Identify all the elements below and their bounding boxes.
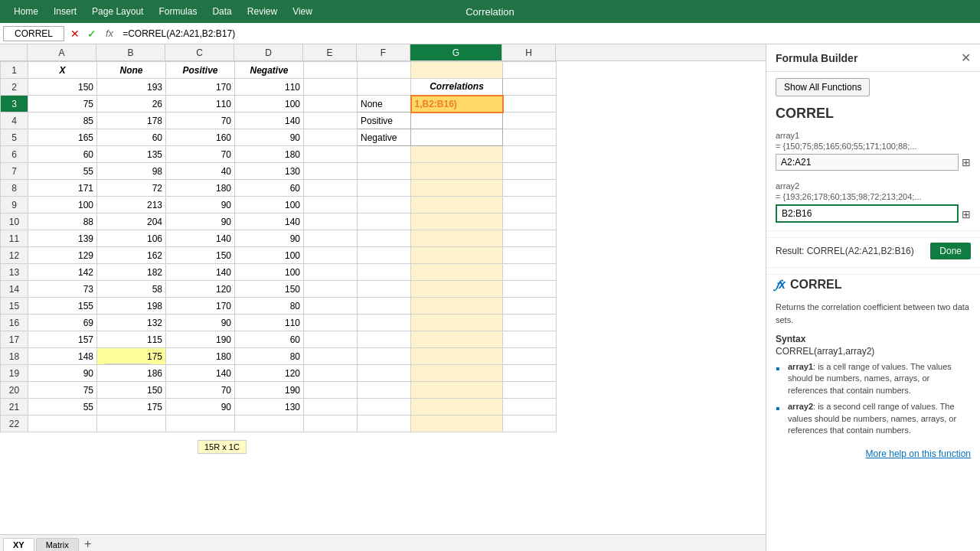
cell-g3[interactable]: 1,B2:B16) bbox=[411, 96, 503, 112]
col-header-g[interactable]: G bbox=[410, 44, 502, 60]
grid-container: 1 X None Positive Negative 2 150 193 170 bbox=[0, 61, 766, 534]
menu-formulas[interactable]: Formulas bbox=[151, 3, 204, 20]
cell-c1[interactable]: Positive bbox=[166, 62, 235, 79]
sheet-tabs: XY Matrix + bbox=[0, 534, 766, 551]
cell-f4[interactable]: Positive bbox=[358, 112, 411, 129]
cell-f5[interactable]: Negative bbox=[358, 129, 411, 146]
col-header-h[interactable]: H bbox=[502, 44, 556, 60]
cell-d5[interactable]: 90 bbox=[235, 129, 304, 146]
window-title: Correlation bbox=[466, 6, 514, 18]
cell-b4[interactable]: 178 bbox=[97, 112, 166, 129]
bullet-label-1: array1 bbox=[788, 362, 813, 371]
bullet-dot-2: ▪ bbox=[776, 401, 782, 436]
cell-d1[interactable]: Negative bbox=[235, 62, 304, 79]
col-header-f[interactable]: F bbox=[357, 44, 410, 60]
array1-collapse-icon[interactable]: ⊞ bbox=[962, 156, 971, 168]
sheet-tab-matrix[interactable]: Matrix bbox=[36, 538, 79, 551]
table-row: 21 5517590130 bbox=[1, 399, 557, 416]
array2-input-row: ⊞ bbox=[776, 204, 971, 224]
cancel-icon[interactable]: ✕ bbox=[67, 26, 83, 41]
cell-f1[interactable] bbox=[358, 62, 411, 79]
add-sheet-button[interactable]: + bbox=[80, 537, 96, 551]
cell-g4[interactable] bbox=[411, 112, 503, 129]
table-row: 16 6913290110 bbox=[1, 315, 557, 331]
main-area: A B C D E F G H bbox=[0, 44, 980, 551]
array2-collapse-icon[interactable]: ⊞ bbox=[962, 208, 971, 220]
show-all-functions-button[interactable]: Show All Functions bbox=[776, 78, 870, 96]
formula-bar: ✕ ✓ fx bbox=[0, 23, 980, 44]
menu-home[interactable]: Home bbox=[6, 3, 46, 20]
cell-b3[interactable]: 26 bbox=[97, 96, 166, 112]
syntax-header: Syntax bbox=[766, 329, 980, 346]
col-header-e[interactable]: E bbox=[303, 44, 357, 60]
cell-b18[interactable]: 175 15R x 1C bbox=[97, 348, 166, 365]
array1-preview: = {150;75;85;165;60;55;171;100;88;... bbox=[776, 142, 971, 151]
menu-view[interactable]: View bbox=[285, 3, 320, 20]
cell-d2[interactable]: 110 bbox=[235, 79, 304, 96]
table-row: 12 129162150100 bbox=[1, 247, 557, 264]
cell-h4[interactable] bbox=[503, 112, 557, 129]
menu-insert[interactable]: Insert bbox=[46, 3, 84, 20]
name-box[interactable] bbox=[3, 26, 64, 41]
menu-review[interactable]: Review bbox=[240, 3, 285, 20]
show-all-functions-container: Show All Functions bbox=[776, 78, 971, 96]
result-text: Result: CORREL(A2:A21,B2:B16) bbox=[776, 246, 914, 256]
cell-e5[interactable] bbox=[304, 129, 358, 146]
array2-label: array2 bbox=[776, 181, 971, 191]
row-num-5: 5 bbox=[1, 129, 28, 146]
cell-a5[interactable]: 165 bbox=[28, 129, 97, 146]
formula-input[interactable] bbox=[119, 27, 977, 41]
done-button[interactable]: Done bbox=[930, 243, 971, 259]
bullet-array2: ▪ array2: is a second cell range of valu… bbox=[776, 401, 971, 436]
sheet-tab-xy[interactable]: XY bbox=[3, 538, 34, 551]
bullet-array1: ▪ array1: is a cell range of values. The… bbox=[776, 361, 971, 396]
cell-e2[interactable] bbox=[304, 79, 358, 96]
menu-page-layout[interactable]: Page Layout bbox=[84, 3, 151, 20]
cell-h1[interactable] bbox=[503, 62, 557, 79]
cell-c5[interactable]: 160 bbox=[166, 129, 235, 146]
cell-a2[interactable]: 150 bbox=[28, 79, 97, 96]
fx-function-name: CORREL bbox=[790, 278, 842, 292]
cell-e4[interactable] bbox=[304, 112, 358, 129]
cell-c4[interactable]: 70 bbox=[166, 112, 235, 129]
col-header-b[interactable]: B bbox=[96, 44, 165, 60]
cell-d3[interactable]: 100 bbox=[235, 96, 304, 112]
confirm-icon[interactable]: ✓ bbox=[84, 26, 100, 41]
cell-b1[interactable]: None bbox=[97, 62, 166, 79]
cell-h5[interactable] bbox=[503, 129, 557, 146]
table-row: 14 7358120150 bbox=[1, 281, 557, 298]
array1-input[interactable] bbox=[776, 154, 959, 171]
formula-builder-close[interactable]: ✕ bbox=[961, 51, 971, 65]
array2-input[interactable] bbox=[776, 204, 959, 223]
cell-a1[interactable]: X bbox=[28, 62, 97, 79]
cell-g1[interactable] bbox=[411, 62, 503, 79]
cell-b2[interactable]: 193 bbox=[97, 79, 166, 96]
col-header-a[interactable]: A bbox=[28, 44, 96, 60]
cell-d4[interactable]: 140 bbox=[235, 112, 304, 129]
cell-f3[interactable]: None bbox=[358, 96, 411, 112]
cell-e1[interactable] bbox=[304, 62, 358, 79]
menu-data[interactable]: Data bbox=[204, 3, 239, 20]
cell-c2[interactable]: 170 bbox=[166, 79, 235, 96]
col-header-d[interactable]: D bbox=[234, 44, 303, 60]
cell-h3[interactable] bbox=[503, 96, 557, 112]
column-headers: A B C D E F G H bbox=[0, 44, 766, 61]
cell-c3[interactable]: 110 bbox=[166, 96, 235, 112]
cell-a3[interactable]: 75 bbox=[28, 96, 97, 112]
table-row: 9 10021390100 bbox=[1, 197, 557, 214]
cell-b5[interactable]: 60 bbox=[97, 129, 166, 146]
cell-e3[interactable] bbox=[304, 96, 358, 112]
table-row: 19 90186140120 bbox=[1, 365, 557, 382]
cell-a4[interactable]: 85 bbox=[28, 112, 97, 129]
col-header-c[interactable]: C bbox=[165, 44, 234, 60]
table-row: 4 85 178 70 140 Positive bbox=[1, 112, 557, 129]
array2-section: array2 = {193;26;178;60;135;98;72;213;20… bbox=[766, 178, 980, 227]
table-row: 22 bbox=[1, 416, 557, 432]
cell-h2[interactable] bbox=[503, 79, 557, 96]
more-help-link[interactable]: More help on this function bbox=[766, 442, 980, 465]
formula-builder-function-name: CORREL bbox=[766, 103, 980, 128]
spreadsheet-table: 1 X None Positive Negative 2 150 193 170 bbox=[0, 61, 557, 432]
cell-g2[interactable]: Correlations bbox=[411, 79, 503, 96]
cell-g5[interactable] bbox=[411, 129, 503, 146]
cell-f2[interactable] bbox=[358, 79, 411, 96]
